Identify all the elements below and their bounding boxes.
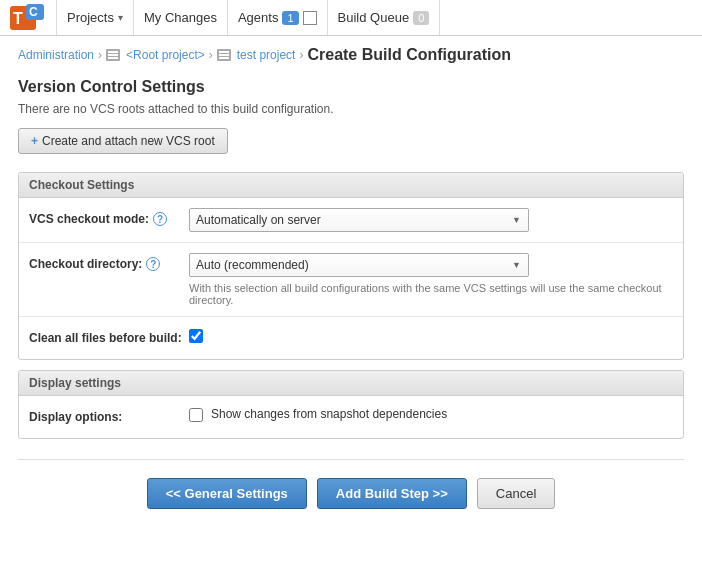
- display-options-inner: Show changes from snapshot dependencies: [189, 406, 673, 422]
- build-queue-badge: 0: [413, 11, 429, 25]
- checkout-directory-label: Checkout directory: ?: [29, 253, 189, 271]
- nav-agents[interactable]: Agents 1: [228, 0, 328, 35]
- vcs-checkout-mode-row: VCS checkout mode: ? Automatically on se…: [19, 198, 683, 243]
- breadcrumb: Administration › <Root project> › test p…: [0, 36, 702, 68]
- top-navigation: T C Projects ▾ My Changes Agents 1 Build…: [0, 0, 702, 36]
- svg-text:T: T: [13, 10, 23, 27]
- breadcrumb-current: Create Build Configuration: [307, 46, 511, 64]
- show-changes-checkbox[interactable]: [189, 408, 203, 422]
- breadcrumb-root-icon: [106, 49, 120, 61]
- breadcrumb-root-project[interactable]: <Root project>: [126, 48, 205, 62]
- breadcrumb-admin[interactable]: Administration: [18, 48, 94, 62]
- cancel-button[interactable]: Cancel: [477, 478, 555, 509]
- checkout-directory-control: Auto (recommended) Custom directory With…: [189, 253, 673, 306]
- display-options-control: Show changes from snapshot dependencies: [189, 406, 673, 422]
- clean-files-row: Clean all files before build:: [19, 317, 683, 359]
- breadcrumb-test-icon: [217, 49, 231, 61]
- vcs-checkout-mode-help-icon[interactable]: ?: [153, 212, 167, 226]
- vcs-checkout-mode-select-wrapper: Automatically on server Automatically on…: [189, 208, 529, 232]
- projects-caret: ▾: [118, 12, 123, 23]
- checkout-directory-select-wrapper: Auto (recommended) Custom directory: [189, 253, 529, 277]
- svg-text:C: C: [29, 5, 38, 19]
- display-options-row: Display options: Show changes from snaps…: [19, 396, 683, 438]
- checkout-directory-help-icon[interactable]: ?: [146, 257, 160, 271]
- checkout-directory-hint: With this selection all build configurat…: [189, 282, 669, 306]
- clean-files-label: Clean all files before build:: [29, 327, 189, 345]
- display-options-label: Display options:: [29, 406, 189, 424]
- plus-icon: +: [31, 134, 38, 148]
- breadcrumb-test-project[interactable]: test project: [237, 48, 296, 62]
- add-build-step-button[interactable]: Add Build Step >>: [317, 478, 467, 509]
- create-attach-vcs-button[interactable]: + Create and attach new VCS root: [18, 128, 228, 154]
- nav-my-changes[interactable]: My Changes: [134, 0, 228, 35]
- clean-files-checkbox[interactable]: [189, 329, 203, 343]
- display-settings-header: Display settings: [19, 371, 683, 396]
- checkout-directory-select[interactable]: Auto (recommended) Custom directory: [189, 253, 529, 277]
- checkout-settings-header: Checkout Settings: [19, 173, 683, 198]
- no-vcs-message: There are no VCS roots attached to this …: [18, 102, 684, 116]
- general-settings-button[interactable]: << General Settings: [147, 478, 307, 509]
- checkout-settings-section: Checkout Settings VCS checkout mode: ? A…: [18, 172, 684, 360]
- main-content: Version Control Settings There are no VC…: [0, 68, 702, 533]
- nav-build-queue[interactable]: Build Queue 0: [328, 0, 441, 35]
- vcs-checkout-mode-control: Automatically on server Automatically on…: [189, 208, 673, 232]
- agents-badge: 1: [282, 11, 298, 25]
- page-title: Version Control Settings: [18, 78, 684, 96]
- clean-files-control: [189, 327, 673, 346]
- vcs-checkout-mode-label: VCS checkout mode: ?: [29, 208, 189, 226]
- agents-icon: [303, 11, 317, 25]
- create-button-label: Create and attach new VCS root: [42, 134, 215, 148]
- vcs-checkout-mode-select[interactable]: Automatically on server Automatically on…: [189, 208, 529, 232]
- display-settings-section: Display settings Display options: Show c…: [18, 370, 684, 439]
- checkout-directory-row: Checkout directory: ? Auto (recommended)…: [19, 243, 683, 317]
- show-changes-label: Show changes from snapshot dependencies: [211, 407, 447, 421]
- breadcrumb-sep-3: ›: [299, 48, 303, 62]
- bottom-bar: << General Settings Add Build Step >> Ca…: [18, 459, 684, 523]
- logo[interactable]: T C: [10, 4, 44, 32]
- breadcrumb-sep-1: ›: [98, 48, 102, 62]
- breadcrumb-sep-2: ›: [209, 48, 213, 62]
- nav-projects[interactable]: Projects ▾: [56, 0, 134, 35]
